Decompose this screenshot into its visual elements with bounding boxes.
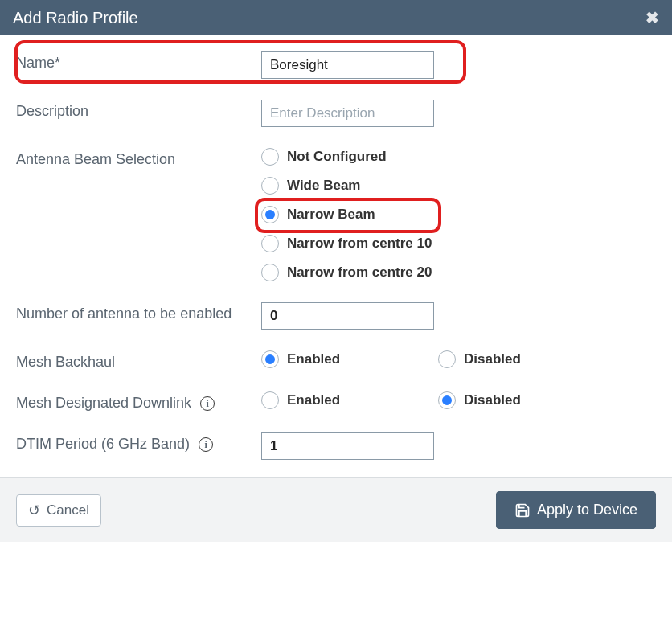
mesh-backhaul-label: Mesh Backhaul	[16, 350, 261, 371]
option-label: Disabled	[464, 392, 521, 408]
antenna-option-wide-beam[interactable]: Wide Beam	[261, 177, 656, 195]
radio-icon	[261, 264, 279, 281]
mesh-downlink-option-disabled[interactable]: Disabled	[438, 391, 567, 409]
radio-icon	[261, 235, 279, 252]
antenna-beam-label: Antenna Beam Selection	[16, 148, 261, 168]
mesh-downlink-label: Mesh Designated Downlink i	[16, 391, 261, 412]
radio-icon	[261, 177, 279, 195]
name-row: Name*	[16, 51, 656, 79]
radio-icon	[261, 391, 279, 409]
option-label: Wide Beam	[287, 178, 360, 194]
dtim-label: DTIM Period (6 GHz Band) i	[16, 432, 261, 453]
description-row: Description	[16, 100, 656, 127]
name-input[interactable]	[261, 51, 434, 79]
mesh-backhaul-option-enabled[interactable]: Enabled	[261, 350, 390, 368]
mesh-downlink-row: Mesh Designated Downlink i Enabled Disab…	[16, 391, 656, 412]
num-antenna-label: Number of antenna to be enabled	[16, 302, 261, 322]
add-radio-profile-modal: Add Radio Profile ✖ Name* Description An…	[0, 0, 672, 542]
modal-body: Name* Description Antenna Beam Selection…	[0, 35, 672, 477]
cancel-button[interactable]: ↺ Cancel	[16, 494, 101, 527]
option-label: Enabled	[287, 392, 340, 408]
radio-icon	[261, 148, 279, 166]
mesh-backhaul-option-disabled[interactable]: Disabled	[438, 350, 567, 368]
num-antenna-input[interactable]	[261, 302, 434, 330]
option-label: Narrow from centre 20	[287, 264, 432, 281]
close-icon[interactable]: ✖	[645, 8, 659, 27]
antenna-option-not-configured[interactable]: Not Configured	[261, 148, 656, 166]
antenna-beam-row: Antenna Beam Selection Not Configured Wi…	[16, 148, 656, 281]
dtim-label-text: DTIM Period (6 GHz Band)	[16, 436, 190, 452]
antenna-option-narrow-20[interactable]: Narrow from centre 20	[261, 264, 656, 281]
option-label: Disabled	[464, 351, 521, 367]
radio-icon	[438, 350, 456, 368]
radio-icon	[261, 350, 279, 368]
apply-button-label: Apply to Device	[537, 502, 637, 518]
modal-titlebar: Add Radio Profile ✖	[0, 0, 672, 35]
option-label: Enabled	[287, 351, 340, 367]
antenna-option-narrow-10[interactable]: Narrow from centre 10	[261, 235, 656, 252]
num-antenna-row: Number of antenna to be enabled	[16, 302, 656, 330]
radio-icon	[261, 206, 279, 223]
undo-icon: ↺	[28, 502, 40, 519]
dtim-row: DTIM Period (6 GHz Band) i	[16, 432, 656, 460]
save-icon	[514, 502, 531, 518]
option-label: Narrow from centre 10	[287, 236, 432, 252]
modal-footer: ↺ Cancel Apply to Device	[0, 477, 672, 542]
mesh-backhaul-radio-group: Enabled Disabled	[261, 350, 656, 368]
description-input[interactable]	[261, 100, 434, 127]
mesh-downlink-option-enabled[interactable]: Enabled	[261, 391, 390, 409]
info-icon[interactable]: i	[199, 437, 213, 452]
option-label: Not Configured	[287, 149, 387, 165]
antenna-option-narrow-beam[interactable]: Narrow Beam	[261, 206, 656, 223]
mesh-downlink-label-text: Mesh Designated Downlink	[16, 395, 191, 411]
dtim-input[interactable]	[261, 432, 434, 460]
option-label: Narrow Beam	[287, 207, 375, 223]
antenna-beam-radio-group: Not Configured Wide Beam Narrow Beam	[261, 148, 656, 281]
apply-to-device-button[interactable]: Apply to Device	[496, 491, 656, 529]
modal-title: Add Radio Profile	[13, 9, 138, 27]
cancel-button-label: Cancel	[47, 502, 89, 518]
description-label: Description	[16, 100, 261, 120]
mesh-downlink-radio-group: Enabled Disabled	[261, 391, 656, 409]
info-icon[interactable]: i	[200, 396, 215, 411]
radio-icon	[438, 391, 456, 409]
mesh-backhaul-row: Mesh Backhaul Enabled Disabled	[16, 350, 656, 371]
name-label: Name*	[16, 51, 261, 72]
